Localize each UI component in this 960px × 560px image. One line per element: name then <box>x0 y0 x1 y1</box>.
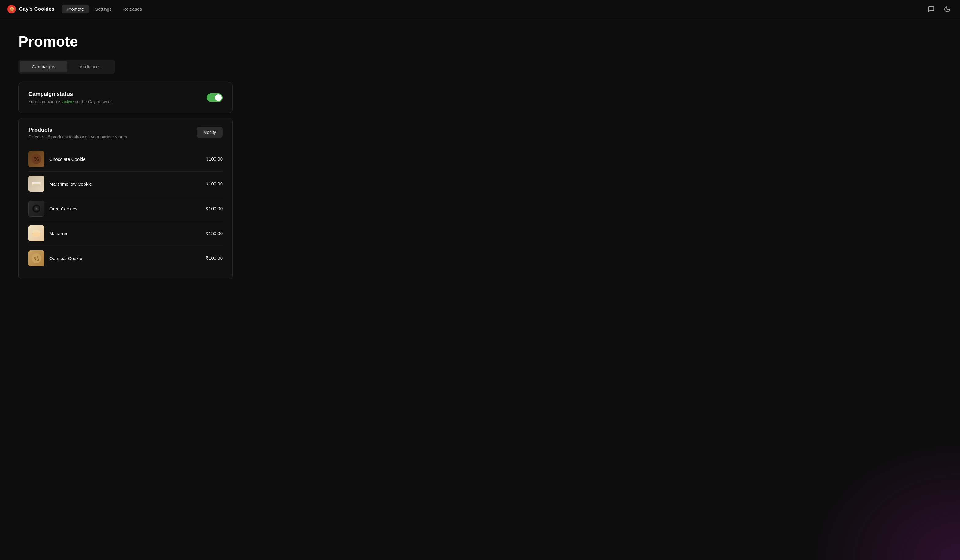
products-header-left: Products Select 4 - 6 products to show o… <box>29 127 127 139</box>
description-suffix: on the Cay network <box>74 99 112 104</box>
products-description: Select 4 - 6 products to show on your pa… <box>29 134 127 139</box>
svg-point-4 <box>35 160 36 161</box>
status-word: active <box>62 99 74 104</box>
svg-point-21 <box>35 259 36 261</box>
macaron-thumbnail <box>29 226 45 242</box>
app-logo[interactable]: 🍪 Cay's Cookies <box>7 5 54 13</box>
tab-campaigns[interactable]: Campaigns <box>19 61 67 72</box>
svg-point-22 <box>37 259 38 259</box>
navbar: 🍪 Cay's Cookies Promote Settings Release… <box>0 0 960 18</box>
products-header: Products Select 4 - 6 products to show o… <box>29 127 223 139</box>
logo-icon: 🍪 <box>7 5 16 13</box>
oreo-cookies-name: Oreo Cookies <box>49 206 206 211</box>
svg-rect-8 <box>33 184 40 186</box>
macaron-image <box>29 226 45 242</box>
svg-point-17 <box>32 253 42 263</box>
campaign-status-description: Your campaign is active on the Cay netwo… <box>29 99 112 104</box>
oreo-cookies-price: ₹100.00 <box>206 206 223 211</box>
modify-button[interactable]: Modify <box>197 127 223 138</box>
nav-item-settings[interactable]: Settings <box>90 5 117 13</box>
dark-mode-icon-button[interactable] <box>942 4 953 15</box>
svg-point-16 <box>32 232 40 237</box>
marshmellow-cookie-price: ₹100.00 <box>206 181 223 187</box>
svg-point-3 <box>37 159 39 161</box>
main-content: Promote Campaigns Audience+ Campaign sta… <box>0 18 960 299</box>
chocolate-cookie-image <box>29 151 45 167</box>
tabs: Campaigns Audience+ <box>18 60 115 74</box>
svg-point-2 <box>37 157 38 158</box>
product-item-macaron: Macaron ₹150.00 <box>29 221 223 246</box>
marshmellow-cookie-thumbnail <box>29 176 45 192</box>
oreo-cookies-image <box>29 201 45 217</box>
macaron-price: ₹150.00 <box>206 231 223 236</box>
campaign-status-toggle[interactable] <box>207 93 223 102</box>
message-icon-button[interactable] <box>926 4 937 15</box>
tab-audience[interactable]: Audience+ <box>67 61 114 72</box>
oatmeal-cookie-name: Oatmeal Cookie <box>49 256 206 261</box>
svg-point-20 <box>38 259 39 260</box>
svg-rect-7 <box>32 182 41 184</box>
product-item-chocolate-cookie: Chocolate Cookie ₹100.00 <box>29 147 223 171</box>
oatmeal-cookie-price: ₹100.00 <box>206 256 223 261</box>
nav-item-promote[interactable]: Promote <box>62 5 89 13</box>
marshmellow-cookie-name: Marshmellow Cookie <box>49 181 206 187</box>
product-item-oatmeal-cookie: Oatmeal Cookie ₹100.00 <box>29 246 223 270</box>
product-item-marshmellow-cookie: Marshmellow Cookie ₹100.00 <box>29 171 223 196</box>
nav-items: Promote Settings Releases <box>62 5 147 13</box>
svg-point-19 <box>37 256 38 258</box>
macaron-name: Macaron <box>49 231 206 236</box>
oatmeal-cookie-image <box>29 250 45 266</box>
svg-point-5 <box>36 158 37 160</box>
products-card: Products Select 4 - 6 products to show o… <box>18 118 233 279</box>
oreo-cookies-thumbnail <box>29 201 45 217</box>
product-list: Chocolate Cookie ₹100.00 Marshmellow Coo… <box>29 147 223 270</box>
page-title: Promote <box>18 33 942 50</box>
marshmellow-cookie-image <box>29 176 45 192</box>
campaign-status-title: Campaign status <box>29 91 112 98</box>
svg-point-18 <box>34 257 35 258</box>
svg-point-13 <box>36 208 37 209</box>
oatmeal-cookie-thumbnail <box>29 250 45 266</box>
chocolate-cookie-name: Chocolate Cookie <box>49 157 206 162</box>
svg-point-1 <box>34 157 36 159</box>
app-name: Cay's Cookies <box>19 6 54 12</box>
nav-item-releases[interactable]: Releases <box>118 5 147 13</box>
nav-right <box>926 4 953 15</box>
product-item-oreo-cookies: Oreo Cookies ₹100.00 <box>29 196 223 221</box>
chocolate-cookie-thumbnail <box>29 151 45 167</box>
chocolate-cookie-price: ₹100.00 <box>206 156 223 162</box>
products-title: Products <box>29 127 127 133</box>
campaign-status-card: Campaign status Your campaign is active … <box>18 82 233 113</box>
campaign-status-content: Campaign status Your campaign is active … <box>29 91 112 104</box>
description-prefix: Your campaign is <box>29 99 62 104</box>
